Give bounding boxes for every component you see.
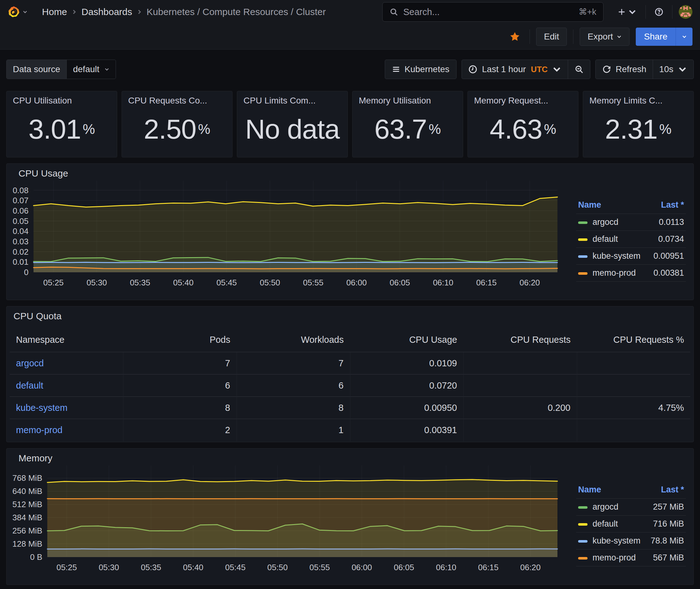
cpu-quota-table: NamespacePodsWorkloadsCPU UsageCPU Reque…: [10, 330, 690, 441]
stat-unit: %: [544, 122, 556, 137]
refresh-label: Refresh: [616, 64, 646, 74]
legend-series-name[interactable]: argocd: [593, 217, 619, 227]
value-cell: 0.200: [463, 397, 577, 419]
column-header: Namespace: [10, 330, 123, 352]
namespace-link[interactable]: default: [16, 380, 43, 390]
share-menu-button[interactable]: [676, 28, 692, 46]
time-controls: Kubernetes Last 1 hour UTC Refresh: [385, 59, 694, 79]
legend-series-name[interactable]: kube-system: [593, 536, 641, 545]
panel-title: CPU Quota: [7, 311, 693, 322]
svg-text:05:25: 05:25: [56, 563, 77, 572]
legend-header-name[interactable]: Name: [576, 482, 644, 499]
value-cell: [463, 375, 577, 397]
value-cell: 4.75%: [577, 397, 690, 419]
value-cell: [463, 352, 577, 375]
value-cell: 0.00950: [350, 397, 463, 419]
export-button[interactable]: Export: [580, 28, 630, 46]
legend-series-value: 0.0113: [644, 214, 686, 231]
cpu-usage-chart[interactable]: 05:2505:3005:3505:4005:4505:5005:5506:00…: [12, 181, 567, 291]
refresh-icon: [602, 64, 611, 74]
legend-row: memo-prod0.00381: [576, 265, 686, 281]
dashboard-body: Data source default Kubernetes Last 1 ho…: [0, 59, 700, 585]
legend-header-last[interactable]: Last *: [644, 482, 686, 499]
grafana-menu-toggle[interactable]: [8, 5, 28, 18]
refresh-interval-value: 10s: [659, 64, 673, 74]
search-input[interactable]: [403, 7, 574, 17]
legend-series-name[interactable]: default: [593, 519, 618, 529]
edit-button[interactable]: Edit: [536, 28, 567, 46]
value-cell: 7: [123, 352, 237, 375]
share-button[interactable]: Share: [636, 28, 676, 46]
legend-series-name[interactable]: argocd: [593, 502, 619, 512]
datasource-label: Data source: [7, 60, 67, 79]
refresh-button[interactable]: Refresh: [596, 60, 653, 79]
stat-title: CPU Limits Com...: [244, 95, 341, 106]
divider: [672, 5, 672, 19]
chevron-down-icon: [682, 34, 687, 39]
dashboard-toolbar: Edit Export Share: [0, 24, 700, 49]
stat-unit: %: [429, 122, 441, 137]
plus-icon: [617, 8, 626, 16]
namespace-link[interactable]: argocd: [16, 358, 44, 368]
breadcrumb: Home Dashboards Kubernetes / Compute Res…: [42, 7, 326, 17]
stat-panel: Memory Request...4.63%: [467, 91, 579, 158]
legend-series-name[interactable]: memo-prod: [593, 268, 636, 277]
value-cell: 8: [237, 397, 350, 419]
zoom-out-button[interactable]: [568, 60, 590, 79]
clock-icon: [468, 64, 477, 74]
breadcrumb-dashboards[interactable]: Dashboards: [81, 7, 132, 17]
namespace-link-cell[interactable]: kube-system: [10, 397, 123, 419]
panel-title: CPU Usage: [12, 168, 688, 179]
legend-header-last[interactable]: Last *: [644, 197, 686, 214]
value-cell: 7: [237, 352, 350, 375]
memory-panel: Memory 05:2505:3005:3505:4005:4505:5005:…: [6, 448, 694, 585]
svg-text:06:00: 06:00: [352, 563, 372, 572]
stat-value: 2.31: [605, 113, 657, 145]
stat-title: Memory Request...: [474, 95, 572, 106]
svg-text:0 B: 0 B: [30, 552, 42, 562]
chevron-right-icon: [136, 9, 142, 15]
kubernetes-menu-button[interactable]: Kubernetes: [385, 59, 456, 79]
kubernetes-button-label: Kubernetes: [404, 64, 449, 74]
top-nav-actions: [615, 5, 692, 19]
memory-chart[interactable]: 05:2505:3005:3505:4005:4505:5005:5506:00…: [12, 465, 567, 576]
series-color-chip: [578, 255, 588, 258]
value-cell: 0.00391: [350, 419, 463, 441]
datasource-select[interactable]: default: [67, 60, 116, 79]
legend-row: argocd0.0113: [576, 214, 686, 231]
namespace-link[interactable]: kube-system: [16, 403, 67, 413]
svg-text:0.01: 0.01: [13, 257, 28, 266]
search-bar[interactable]: ⌘+k: [382, 2, 604, 22]
search-shortcut-hint: ⌘+k: [579, 7, 596, 17]
namespace-link-cell[interactable]: argocd: [10, 352, 123, 375]
chevron-right-icon: [71, 9, 77, 15]
svg-text:05:55: 05:55: [310, 563, 330, 572]
breadcrumb-home[interactable]: Home: [42, 7, 67, 17]
svg-text:06:10: 06:10: [433, 278, 453, 287]
legend-header-name[interactable]: Name: [576, 197, 644, 214]
new-dashboard-button[interactable]: [615, 5, 639, 19]
table-row: default660.0720: [10, 375, 690, 397]
help-button[interactable]: [652, 5, 666, 19]
user-avatar[interactable]: [679, 5, 692, 19]
time-range-picker[interactable]: Last 1 hour UTC: [462, 60, 568, 79]
legend-series-value: 567 MiB: [644, 550, 686, 566]
legend-series-value: 78.8 MiB: [644, 533, 686, 550]
legend-series-value: 716 MiB: [644, 516, 686, 533]
legend-row: kube-system0.00951: [576, 248, 686, 265]
namespace-link-cell[interactable]: memo-prod: [10, 419, 123, 441]
stat-title: Memory Utilisation: [359, 95, 456, 106]
namespace-link[interactable]: memo-prod: [16, 425, 62, 435]
favorite-star-button[interactable]: [506, 29, 523, 44]
value-cell: [463, 419, 577, 441]
stat-value: 3.01: [28, 113, 81, 145]
legend-series-name[interactable]: memo-prod: [593, 553, 636, 562]
top-nav-bar: Home Dashboards Kubernetes / Compute Res…: [0, 0, 700, 24]
legend-series-name[interactable]: kube-system: [593, 251, 641, 261]
namespace-link-cell[interactable]: default: [10, 375, 123, 397]
series-color-chip: [578, 523, 588, 526]
svg-text:05:45: 05:45: [225, 563, 246, 572]
refresh-interval-select[interactable]: 10s: [653, 60, 693, 79]
svg-text:0.07: 0.07: [13, 196, 28, 205]
legend-series-name[interactable]: default: [593, 234, 618, 244]
